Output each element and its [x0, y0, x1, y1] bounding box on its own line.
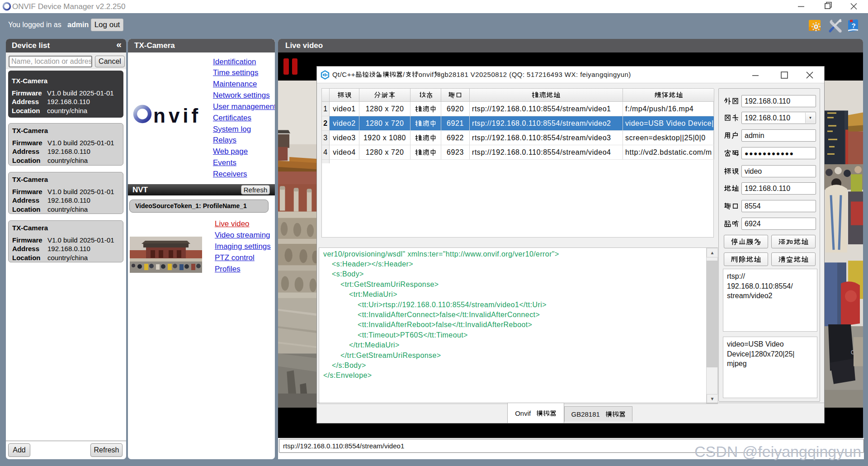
svg-text:?: ?: [851, 22, 855, 29]
svg-text:nvif: nvif: [153, 105, 201, 124]
